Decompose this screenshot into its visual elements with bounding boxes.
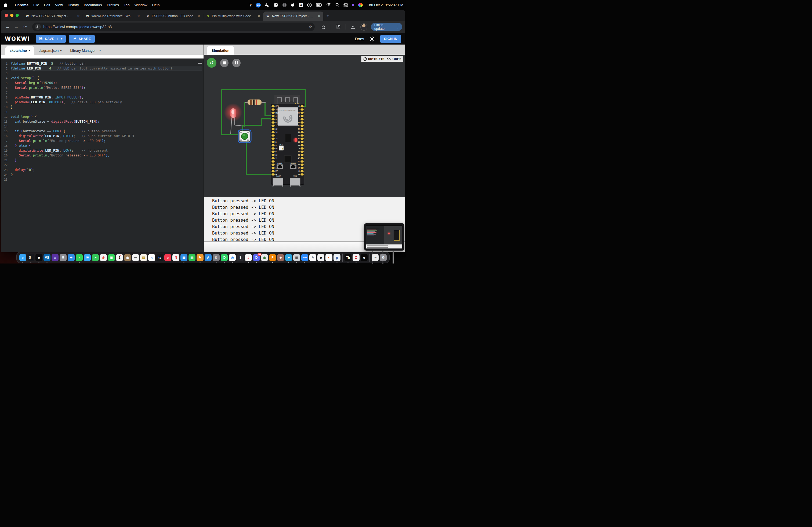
dock-item-news[interactable]: N (172, 254, 179, 261)
dock-item-finder[interactable]: ☺ (19, 254, 26, 261)
site-settings-icon[interactable] (35, 24, 41, 30)
sign-in-button[interactable]: SIGN IN (380, 35, 401, 43)
pin-41[interactable] (301, 125, 304, 127)
code-line[interactable]: 15 if (buttonState == LOW) { // button p… (1, 129, 204, 134)
pin-RST[interactable] (272, 111, 275, 114)
pin-1[interactable] (301, 115, 304, 117)
pin-0[interactable] (301, 147, 304, 149)
menubar-item-profiles[interactable]: Profiles (104, 3, 121, 7)
pin-39[interactable] (301, 131, 304, 133)
dock-item-facetime[interactable]: ▣ (108, 254, 115, 261)
dock-item-mail[interactable]: ✉ (84, 254, 91, 261)
code-line[interactable]: 3 (1, 71, 204, 76)
docs-link[interactable]: Docs (355, 36, 364, 41)
dock-item-calendar[interactable]: 2OCT (116, 254, 123, 261)
pin-11[interactable] (272, 157, 275, 160)
control-center-icon[interactable] (344, 3, 348, 7)
code-line[interactable]: 10} (1, 105, 204, 109)
dock-item-maps[interactable]: ➢ (92, 254, 99, 261)
save-dropdown-button[interactable]: ▼ (57, 37, 66, 40)
pin-TX[interactable] (301, 108, 304, 110)
dock-item-imagej[interactable]: µ (334, 254, 340, 261)
pin-42[interactable] (301, 122, 304, 124)
code-line[interactable]: 11 (1, 109, 204, 114)
window-controls[interactable] (1, 10, 23, 21)
dock-item-safari[interactable]: ✦ (68, 254, 75, 261)
pin-47[interactable] (301, 157, 304, 160)
screen-mirror-window[interactable] (364, 223, 404, 251)
menubar-item-tab[interactable]: Tab (121, 3, 132, 7)
pause-simulation-button[interactable] (232, 59, 241, 67)
restart-simulation-button[interactable]: ↺ (207, 58, 216, 67)
pin-G[interactable] (301, 105, 304, 107)
code-line[interactable]: 1#define BUTTON_PIN 5 // button pin (1, 61, 204, 66)
simulation-canvas[interactable]: ESP32-S3-WROOM-1 RGB (204, 55, 405, 197)
dock-item-textedit[interactable]: ✎ (309, 254, 316, 261)
dock-item-fitness[interactable]: ∿ (148, 254, 155, 261)
pin-48[interactable] (301, 154, 304, 156)
editor-scrollbar[interactable] (198, 63, 202, 64)
dock-item-ball[interactable]: ◐ (325, 254, 332, 261)
code-line[interactable]: 7 (1, 90, 204, 95)
wokwi-logo[interactable]: WOKWI (5, 35, 30, 42)
location-arrow-icon[interactable] (274, 3, 278, 7)
code-line[interactable]: 12void loop() { (1, 114, 204, 119)
pin-37[interactable] (301, 138, 304, 140)
pin-17[interactable] (272, 134, 275, 137)
a-app-icon[interactable]: A (299, 3, 303, 7)
dock-item-settings[interactable]: ⚙ (213, 254, 220, 261)
code-line[interactable]: 16 digitalWrite(LED_PIN, HIGH); // push … (1, 134, 204, 138)
pin-8[interactable] (272, 141, 275, 143)
tab-close-icon[interactable]: ✕ (317, 14, 321, 18)
dock-item-obsidian[interactable]: ◆ (361, 254, 367, 261)
code-line[interactable]: 14 (1, 124, 204, 129)
extensions-icon[interactable] (320, 23, 327, 31)
minimize-window-button[interactable] (10, 14, 13, 17)
pin-45[interactable] (301, 151, 304, 153)
zoom-menu-icon[interactable]: zm (256, 3, 261, 7)
dock-item-zoom[interactable]: zoom (301, 254, 308, 261)
share-button[interactable]: SHARE (69, 35, 95, 43)
menubar-item-bookmarks[interactable]: Bookmarks (81, 3, 104, 7)
code-line[interactable]: 8 pinMode(BUTTON_PIN, INPUT_PULLUP); (1, 95, 204, 100)
pin-7[interactable] (272, 125, 275, 127)
pin-RX[interactable] (301, 111, 304, 114)
menubar-item-history[interactable]: History (65, 3, 81, 7)
stop-simulation-button[interactable] (220, 59, 229, 67)
tab-close-icon[interactable]: ✕ (257, 14, 261, 18)
pin-5V[interactable] (272, 170, 275, 172)
dock-item-photos[interactable]: ❀ (100, 254, 107, 261)
dock-item-messages[interactable]: ◗ (76, 254, 83, 261)
tab-library-manager[interactable]: Library Manager▼ (66, 46, 106, 55)
browser-tab[interactable]: Wwokwi-led Reference | Wokwi✕ (83, 12, 143, 21)
dock-item-slack[interactable]: # (245, 254, 252, 261)
dock-item-trash[interactable]: ♻ (380, 254, 387, 261)
close-window-button[interactable] (5, 14, 8, 17)
pin-38[interactable] (301, 134, 304, 137)
spotlight-search-icon[interactable] (335, 3, 339, 7)
code-line[interactable]: 17 Serial.println("Button pressed -> LED… (1, 138, 204, 143)
browser-tab[interactable]: WNew ESP32-S3 Project - Wok✕ (23, 12, 83, 21)
url-text[interactable]: https://wokwi.com/projects/new/esp32-s3 (43, 25, 306, 29)
code-line[interactable]: 2#define LED_PIN 4 // LED pin (but curre… (1, 66, 204, 71)
pin-G[interactable] (301, 170, 304, 172)
dock-item-poly[interactable]: ◈ (277, 254, 284, 261)
bookmark-star-icon[interactable]: ☆ (308, 25, 312, 29)
pin-36[interactable] (301, 141, 304, 143)
address-bar[interactable]: https://wokwi.com/projects/new/esp32-s3 … (32, 22, 315, 31)
pin-21[interactable] (301, 161, 304, 163)
code-line[interactable]: 25 (1, 177, 204, 182)
pin-13[interactable] (272, 164, 275, 166)
pin-20[interactable] (301, 164, 304, 166)
dock-item-reminders[interactable]: ≔ (132, 254, 139, 261)
play-circle-icon[interactable] (307, 3, 312, 7)
zoom-window-button[interactable] (16, 14, 19, 17)
finish-update-button[interactable]: Finish update ⋮ (371, 23, 402, 31)
dock-item-pages[interactable]: ✎ (197, 254, 204, 261)
pin-5[interactable] (272, 118, 275, 120)
pin-46[interactable] (272, 147, 275, 149)
dock-item-vscode[interactable]: VS (44, 254, 50, 261)
dock-item-numbers[interactable]: ▥ (188, 254, 195, 261)
pin-16[interactable] (272, 131, 275, 133)
code-line[interactable]: 24} (1, 172, 204, 177)
